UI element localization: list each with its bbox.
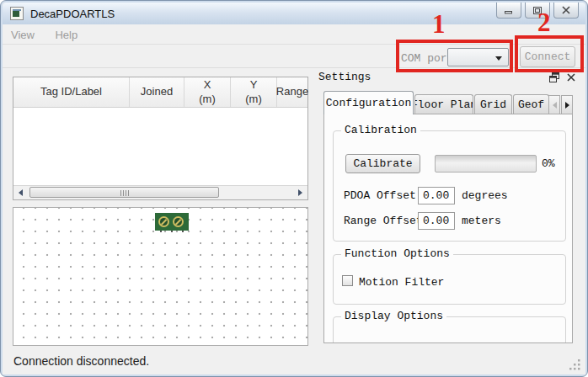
calibration-group-legend: Calibration	[341, 124, 420, 136]
motion-filter-label: Motion Filter	[359, 276, 444, 289]
com-port-label: COM port	[401, 52, 453, 65]
tag-table-body[interactable]	[13, 108, 307, 185]
column-header-joined[interactable]: Joined	[130, 77, 184, 107]
dock-float-button[interactable]	[548, 72, 560, 83]
settings-dock-titlebar: Settings	[312, 68, 584, 87]
grip-icon	[120, 190, 129, 196]
calibration-progress-bar	[435, 155, 537, 173]
pcb-pin	[160, 231, 162, 232]
app-window: DecaPDOARTLS View Help COM port Connect …	[0, 0, 588, 377]
tab-floor-plan[interactable]: Floor Plan	[414, 94, 473, 114]
app-icon-body	[13, 11, 19, 17]
pdoa-offset-input[interactable]	[418, 187, 455, 204]
triangle-right-icon	[565, 102, 569, 109]
range-offset-label: Range Offset	[344, 215, 423, 227]
triangle-right-icon	[298, 189, 302, 196]
settings-dock: Settings Configuration Floor Plan Grid G…	[312, 68, 584, 348]
range-offset-input[interactable]	[418, 212, 455, 230]
column-header-tag-id[interactable]: Tag ID/Label	[13, 77, 130, 107]
triangle-left-icon	[553, 102, 557, 109]
annotation-step-2: 2	[537, 9, 551, 35]
minimize-button[interactable]	[496, 3, 521, 19]
function-options-legend: Function Options	[341, 247, 453, 260]
pdoa-offset-unit: degrees	[462, 189, 508, 202]
display-options-group: Display Options	[333, 316, 566, 343]
scroll-left-button[interactable]	[13, 186, 28, 199]
dock-close-button[interactable]	[565, 72, 577, 83]
close-icon	[565, 72, 577, 83]
resize-grip[interactable]	[569, 358, 581, 371]
display-options-legend: Display Options	[341, 310, 446, 322]
scroll-right-button[interactable]	[293, 186, 307, 199]
pdoa-offset-label: PDOA Offset:	[344, 189, 423, 202]
status-bar: Connection disconnected.	[3, 348, 585, 374]
close-button[interactable]	[553, 3, 579, 19]
chevron-down-icon	[495, 56, 502, 61]
window-title: DecaPDOARTLS	[30, 8, 115, 20]
pcb-pin	[171, 231, 173, 232]
settings-dock-title: Settings	[318, 71, 371, 83]
tab-configuration[interactable]: Configuration	[323, 91, 414, 114]
connect-button[interactable]: Connect	[520, 46, 575, 67]
motion-filter-checkbox[interactable]	[342, 275, 353, 286]
function-options-group: Function Options Motion Filter	[333, 254, 566, 305]
tab-scroll-left-button[interactable]	[548, 95, 560, 114]
calibrate-button[interactable]: Calibrate	[345, 154, 420, 173]
column-header-range[interactable]: Range	[277, 77, 307, 107]
column-header-x[interactable]: X (m)	[184, 77, 231, 107]
anchor-node-pcb-image	[155, 213, 189, 231]
title-bar: DecaPDOARTLS	[3, 3, 585, 24]
scrollbar-thumb[interactable]	[29, 187, 219, 198]
close-icon	[561, 6, 571, 14]
connect-button-label: Connect	[525, 50, 571, 63]
antenna-icon	[158, 216, 169, 227]
float-icon	[548, 72, 560, 83]
calibration-group: Calibration Calibrate 0% PDOA Offset: de…	[333, 130, 566, 242]
status-message: Connection disconnected.	[13, 354, 149, 368]
menu-view[interactable]: View	[3, 24, 43, 41]
minimize-icon	[504, 6, 514, 14]
tag-table-header: Tag ID/Label Joined X (m) Y (m) Range	[13, 77, 307, 108]
calibrate-button-label: Calibrate	[353, 157, 412, 170]
antenna-icon	[173, 216, 184, 227]
tab-scroll-right-button[interactable]	[561, 95, 573, 114]
location-grid-canvas[interactable]	[13, 207, 308, 346]
column-header-y[interactable]: Y (m)	[231, 77, 277, 107]
pcb-pin	[182, 231, 184, 232]
horizontal-scrollbar[interactable]	[13, 185, 307, 199]
range-offset-unit: meters	[462, 215, 501, 227]
tab-geofencing[interactable]: Geof	[513, 94, 549, 114]
annotation-step-1: 1	[432, 11, 446, 37]
menu-help[interactable]: Help	[46, 24, 86, 41]
tag-table: Tag ID/Label Joined X (m) Y (m) Range	[13, 77, 308, 200]
calibration-progress-percent: 0%	[542, 157, 555, 170]
menu-bar: View Help	[3, 24, 585, 45]
configuration-tab-page: Calibration Calibrate 0% PDOA Offset: de…	[323, 114, 573, 343]
tab-grid[interactable]: Grid	[474, 94, 512, 114]
com-port-dropdown[interactable]	[447, 48, 509, 66]
triangle-left-icon	[19, 189, 23, 196]
app-icon	[10, 7, 24, 20]
